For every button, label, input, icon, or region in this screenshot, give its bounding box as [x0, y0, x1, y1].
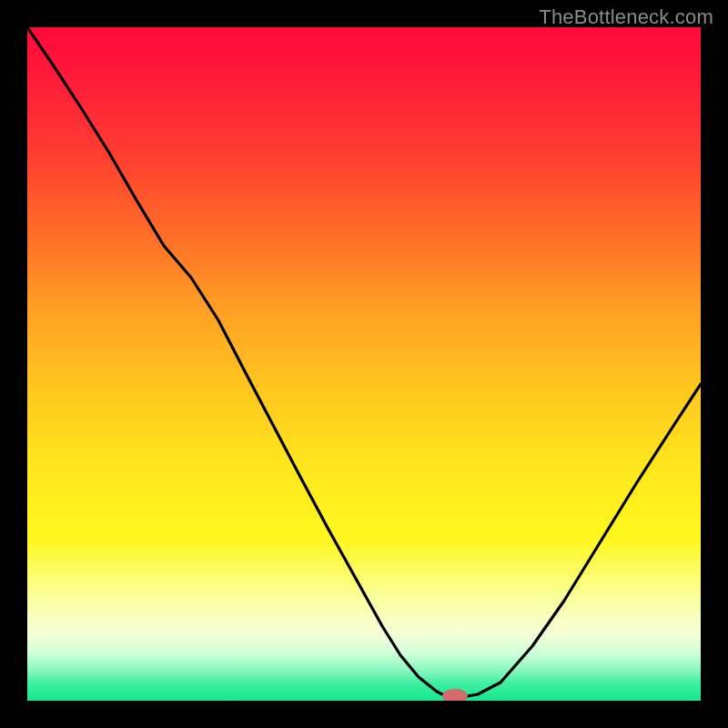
optimal-marker — [442, 689, 468, 701]
plot-area — [27, 27, 701, 701]
watermark-text: TheBottleneck.com — [539, 5, 713, 29]
bottleneck-curve — [27, 27, 701, 697]
chart-svg — [27, 27, 701, 701]
